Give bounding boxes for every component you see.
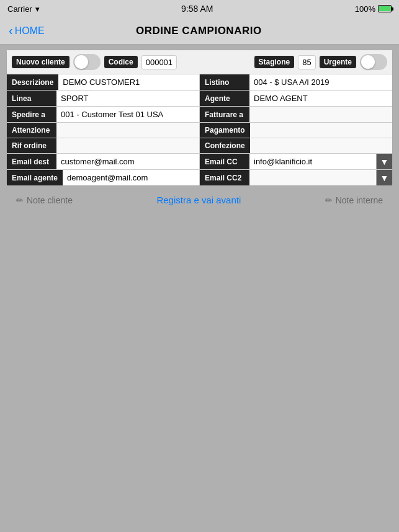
urgent-toggle[interactable] [360, 54, 387, 70]
toggle-knob [74, 55, 88, 69]
row-5-right: Email CCinfo@klanificio.it▼ [200, 154, 392, 169]
form-row: AttenzionePagamento [7, 123, 392, 138]
row-1-right-label: Agente [200, 91, 249, 106]
row-3-left-value[interactable] [56, 123, 199, 138]
top-row-right: Stagione 85 Urgente [202, 54, 388, 70]
row-1-left-value[interactable]: SPORT [56, 91, 199, 106]
pencil-left-icon: ✏ [16, 195, 24, 205]
row-5-right-label: Email CC [200, 154, 249, 169]
row-5-left-label: Email dest [7, 154, 56, 169]
main-content: Nuovo cliente Codice 000001 Stagione 85 … [0, 45, 399, 219]
status-bar: Carrier ▾ 9:58 AM 100% [0, 0, 399, 17]
row-3-right-value[interactable] [250, 123, 392, 138]
form-row: Email destcustomer@mail.comEmail CCinfo@… [7, 154, 392, 170]
row-6-right-label: Email CC2 [200, 170, 249, 185]
wifi-icon: ▾ [35, 4, 40, 14]
form-row: Rif ordineConfezione [7, 138, 392, 154]
row-6-right: Email CC2▼ [200, 170, 392, 185]
row-2-left: Spedire a001 - Customer Test 01 USA [7, 107, 200, 122]
row-6-right-value[interactable] [249, 170, 376, 185]
new-client-toggle[interactable] [73, 54, 101, 70]
row-2-right: Fatturare a [200, 107, 392, 122]
row-2-right-label: Fatturare a [200, 107, 249, 122]
note-cliente-label: Note cliente [27, 195, 73, 205]
pencil-right-icon: ✏ [325, 195, 333, 205]
top-row-left: Nuovo cliente Codice 000001 [12, 54, 198, 70]
row-1-right-value[interactable]: DEMO AGENT [249, 91, 392, 106]
row-3-right-label: Pagamento [200, 123, 250, 138]
registra-label: Registra e vai avanti [156, 195, 241, 205]
row-0-left-value[interactable]: DEMO CUSTOMER1 [58, 74, 199, 90]
row-4-right: Confezione [200, 138, 392, 153]
chevron-left-icon [9, 24, 13, 37]
top-row: Nuovo cliente Codice 000001 Stagione 85 … [7, 50, 392, 74]
row-5-download-button[interactable]: ▼ [376, 154, 392, 169]
row-3-left: Attenzione [7, 123, 200, 138]
row-2-left-label: Spedire a [7, 107, 56, 122]
urgent-label: Urgente [320, 56, 356, 68]
battery-fill [379, 6, 391, 11]
row-3-right: Pagamento [200, 123, 392, 138]
row-2-right-value[interactable] [249, 107, 392, 122]
action-row: ✏ Note cliente Registra e vai avanti ✏ N… [6, 186, 393, 214]
row-0-right-label: Listino [200, 74, 249, 90]
row-5-left: Email destcustomer@mail.com [7, 154, 200, 169]
form-row: Email agentedemoagent@mail.comEmail CC2▼ [7, 170, 392, 185]
nav-bar: HOME ORDINE CAMPIONARIO [0, 17, 399, 45]
season-label: Stagione [254, 56, 295, 68]
back-label: HOME [15, 25, 45, 37]
row-4-right-label: Confezione [200, 138, 250, 153]
row-4-left-label: Rif ordine [7, 138, 56, 153]
row-4-left-value[interactable] [56, 138, 199, 153]
note-interne-button[interactable]: ✏ Note interne [325, 195, 383, 205]
row-5-left-value[interactable]: customer@mail.com [56, 154, 199, 169]
carrier-label: Carrier [7, 4, 32, 14]
row-0-right-value[interactable]: 004 - $ USA A/I 2019 [249, 74, 392, 90]
battery-percent: 100% [355, 4, 375, 14]
status-time: 9:58 AM [181, 4, 213, 14]
code-value[interactable]: 000001 [141, 55, 177, 69]
row-2-left-value[interactable]: 001 - Customer Test 01 USA [56, 107, 199, 122]
row-6-download-button[interactable]: ▼ [376, 170, 392, 185]
note-interne-label: Note interne [336, 195, 383, 205]
battery-icon [378, 5, 392, 12]
back-button[interactable]: HOME [9, 24, 45, 37]
code-label: Codice [104, 56, 138, 68]
form-row: DescrizioneDEMO CUSTOMER1Listino004 - $ … [7, 74, 392, 91]
status-right: 100% [355, 4, 392, 14]
row-3-left-label: Attenzione [7, 123, 56, 138]
registra-button[interactable]: Registra e vai avanti [156, 195, 241, 205]
row-0-right: Listino004 - $ USA A/I 2019 [200, 74, 392, 90]
row-1-left: LineaSPORT [7, 91, 200, 106]
row-6-left-label: Email agente [7, 170, 63, 185]
form-row: LineaSPORTAgenteDEMO AGENT [7, 91, 392, 107]
row-1-left-label: Linea [7, 91, 56, 106]
row-4-right-value[interactable] [250, 138, 392, 153]
form-row: Spedire a001 - Customer Test 01 USAFattu… [7, 107, 392, 123]
row-6-left: Email agentedemoagent@mail.com [7, 170, 200, 185]
page-title: ORDINE CAMPIONARIO [136, 25, 262, 37]
new-client-label: Nuovo cliente [12, 56, 69, 68]
status-left: Carrier ▾ [7, 4, 40, 14]
row-0-left-label: Descrizione [7, 74, 58, 90]
row-1-right: AgenteDEMO AGENT [200, 91, 392, 106]
note-cliente-button[interactable]: ✏ Note cliente [16, 195, 73, 205]
urgent-toggle-knob [361, 55, 375, 69]
row-5-right-value[interactable]: info@klanificio.it [249, 154, 376, 169]
form-container: Nuovo cliente Codice 000001 Stagione 85 … [6, 50, 393, 186]
row-4-left: Rif ordine [7, 138, 200, 153]
season-value[interactable]: 85 [298, 55, 315, 69]
row-6-left-value[interactable]: demoagent@mail.com [63, 170, 199, 185]
row-0-left: DescrizioneDEMO CUSTOMER1 [7, 74, 200, 90]
form-rows: DescrizioneDEMO CUSTOMER1Listino004 - $ … [7, 74, 392, 185]
